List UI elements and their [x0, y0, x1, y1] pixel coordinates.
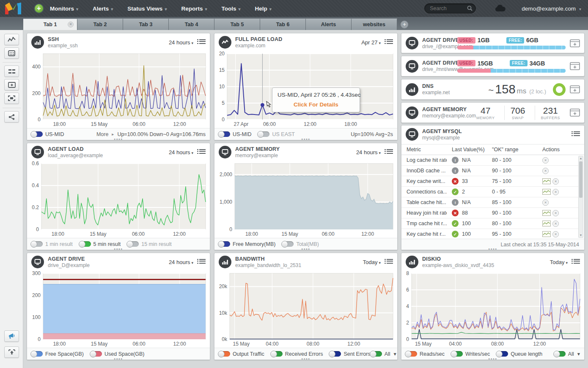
remove-metric-icon[interactable]: ✕: [542, 168, 549, 174]
cloud-icon[interactable]: [495, 5, 506, 12]
tooltip-details-link[interactable]: Click For Details: [278, 101, 354, 108]
widget-menu-icon[interactable]: [199, 148, 206, 156]
resize-grip[interactable]: ••••: [488, 247, 497, 251]
widget-menu-icon[interactable]: [387, 148, 393, 156]
menu-help[interactable]: Help▾: [255, 5, 271, 12]
period-dropdown[interactable]: Today▾: [550, 259, 568, 265]
toggle-15-min-result[interactable]: 15 min result: [127, 241, 172, 247]
toggle-us-mid[interactable]: US-MID: [31, 131, 64, 137]
add-window-button[interactable]: [4, 79, 19, 90]
tab-tab-4[interactable]: Tab 4: [169, 19, 214, 30]
add-to-window-button[interactable]: [570, 39, 580, 47]
chart-canvas[interactable]: 0246815 May04:0008:0012:00: [401, 271, 584, 348]
menu-reports[interactable]: Reports▾: [181, 5, 207, 12]
tab-websites[interactable]: websites: [352, 19, 397, 30]
period-dropdown[interactable]: Apr 27▾: [361, 39, 381, 46]
remove-metric-icon[interactable]: ✕: [552, 231, 559, 237]
widget-menu-icon[interactable]: [387, 258, 393, 266]
widget-menu-icon[interactable]: [199, 38, 206, 46]
more-link[interactable]: More: [96, 131, 108, 137]
chevron-down-icon[interactable]: ▾: [577, 351, 580, 357]
resize-grip[interactable]: ••••: [488, 357, 497, 360]
toggle-free-memory-mb[interactable]: Free Memory(MB): [219, 241, 275, 247]
period-dropdown[interactable]: Today▾: [363, 259, 381, 265]
scrollbar-thumb[interactable]: [579, 161, 583, 198]
tab-tab-1[interactable]: Tab 1✕: [23, 19, 77, 30]
toggle-output-traffic[interactable]: Output Traffic: [219, 351, 264, 357]
resize-grip[interactable]: ••••: [301, 357, 310, 360]
scroll-down-icon[interactable]: ▼: [579, 233, 583, 237]
period-dropdown[interactable]: 24 hours▾: [356, 149, 381, 155]
chart-canvas[interactable]: 020040018:0015 May06:0012:00: [27, 51, 210, 128]
table-scrollbar[interactable]: ▲▼: [578, 156, 583, 238]
resize-grip[interactable]: ••••: [114, 137, 123, 141]
chart-area[interactable]: 0246815 May04:0008:0012:00: [401, 271, 584, 348]
sparkline-action-icon[interactable]: [542, 231, 551, 237]
chart-canvas[interactable]: 01,0002,00018:0015 May06:0012:00: [214, 161, 397, 238]
widget-menu-icon[interactable]: [387, 38, 393, 46]
announcements-button[interactable]: [4, 330, 19, 342]
toggle-total-mb[interactable]: Total(MB): [282, 241, 319, 247]
toggle-all[interactable]: All: [554, 351, 574, 357]
remove-metric-icon[interactable]: ✕: [542, 157, 549, 164]
toggle-sent-errors[interactable]: Sent Errors: [330, 351, 370, 357]
period-dropdown[interactable]: 24 hours▾: [169, 259, 193, 265]
menu-tools[interactable]: Tools▾: [221, 5, 240, 12]
tab-tab-6[interactable]: Tab 6: [260, 19, 306, 30]
resize-grip[interactable]: ••••: [301, 137, 310, 141]
collapse-upload-button[interactable]: [4, 346, 19, 358]
toggle-reads-sec[interactable]: Reads/sec: [406, 351, 445, 357]
remove-metric-icon[interactable]: ✕: [552, 221, 559, 227]
sparkline-action-icon[interactable]: [542, 221, 551, 226]
share-button[interactable]: [4, 111, 19, 123]
chart-area[interactable]: 010020030018:0015 May06:0012:00: [27, 271, 210, 348]
period-dropdown[interactable]: 24 hours▾: [169, 39, 193, 46]
toggle-free-space-gb[interactable]: Free Space(GB): [31, 351, 84, 357]
toggle-us-east[interactable]: US EAST: [258, 131, 295, 137]
tab-alerts[interactable]: Alerts: [306, 19, 352, 30]
toggle-all[interactable]: All: [371, 351, 390, 357]
search-icon[interactable]: [467, 5, 473, 11]
chart-area[interactable]: 01,0002,00018:0015 May06:0012:00: [214, 161, 397, 238]
toggle-1-min-result[interactable]: 1 min result: [31, 241, 73, 247]
chart-area[interactable]: 00.20.40.618:0015 May06:0012:00: [27, 161, 210, 238]
add-to-window-button[interactable]: [570, 85, 580, 93]
toggle-received-errors[interactable]: Received Errors: [271, 351, 323, 357]
remove-metric-icon[interactable]: ✕: [542, 199, 549, 206]
tab-tab-2[interactable]: Tab 2: [77, 19, 123, 30]
chart-area[interactable]: 0k10k20k15 May04:0008:0012:00: [214, 271, 397, 348]
list-view-button[interactable]: [4, 65, 19, 77]
add-monitor-button[interactable]: +: [34, 3, 44, 14]
tab-tab-3[interactable]: Tab 3: [123, 19, 169, 30]
chart-canvas[interactable]: 010020030018:0015 May06:0012:00: [27, 271, 210, 348]
chart-canvas[interactable]: 00.20.40.618:0015 May06:0012:00: [27, 161, 210, 238]
resize-grip[interactable]: ••••: [114, 247, 123, 251]
widget-menu-icon[interactable]: [199, 258, 206, 266]
toggle-writes-sec[interactable]: Writes/sec: [451, 351, 490, 357]
add-to-window-button[interactable]: [570, 62, 580, 70]
close-icon[interactable]: ✕: [68, 22, 74, 27]
chevron-down-icon[interactable]: ▾: [394, 351, 396, 357]
widget-menu-icon[interactable]: [574, 130, 580, 139]
calendar-button[interactable]: [4, 47, 19, 59]
add-to-window-button[interactable]: [570, 109, 580, 117]
chart-view-button[interactable]: [4, 34, 19, 45]
sparkline-action-icon[interactable]: [542, 210, 551, 216]
add-tab-button[interactable]: +: [401, 21, 408, 28]
sparkline-action-icon[interactable]: [542, 189, 551, 195]
toggle-us-mid[interactable]: US-MID: [219, 131, 251, 137]
sparkline-action-icon[interactable]: [542, 178, 551, 184]
account-menu[interactable]: demo@example.com▾: [522, 5, 581, 12]
remove-metric-icon[interactable]: ✕: [552, 210, 559, 216]
toggle-queue-length[interactable]: Queue length: [497, 351, 542, 357]
chart-area[interactable]: 020040018:0015 May06:0012:00: [27, 51, 210, 128]
scroll-up-icon[interactable]: ▲: [579, 156, 583, 161]
fullscreen-button[interactable]: [4, 93, 19, 104]
resize-grip[interactable]: ••••: [114, 357, 123, 360]
remove-metric-icon[interactable]: ✕: [552, 189, 559, 195]
menu-status-views[interactable]: Status Views▾: [127, 5, 167, 12]
chart-canvas[interactable]: 0k10k20k15 May04:0008:0012:00: [214, 271, 397, 348]
widget-menu-icon[interactable]: [574, 258, 580, 266]
menu-monitors[interactable]: Monitors▾: [50, 5, 78, 12]
resize-grip[interactable]: ••••: [301, 247, 310, 251]
